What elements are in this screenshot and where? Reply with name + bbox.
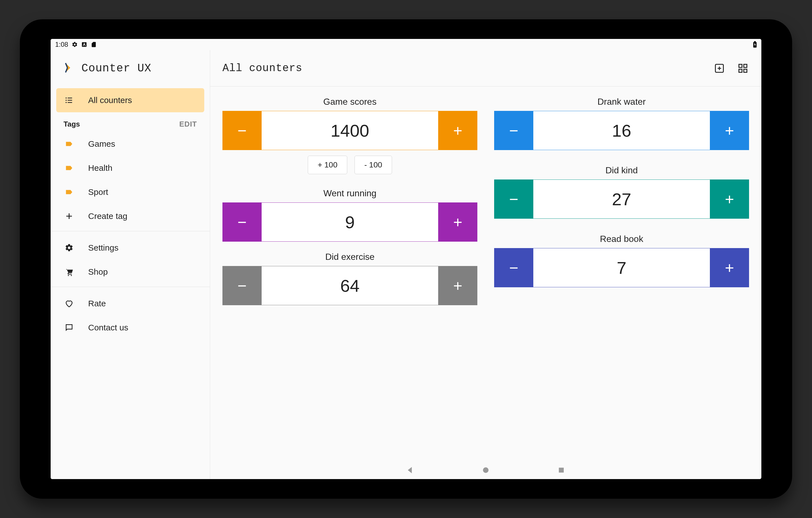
chat-icon: [63, 323, 75, 332]
tag-icon: [63, 188, 75, 196]
counter-value[interactable]: 9: [262, 202, 438, 242]
app-body: Counter UX All counters Tags EDIT: [51, 50, 761, 479]
tablet-frame: 1:08: [20, 19, 792, 499]
heart-icon: [63, 299, 75, 308]
counter-title: Read book: [494, 234, 749, 244]
decrement-button[interactable]: −: [223, 202, 262, 242]
counter-value[interactable]: 7: [533, 248, 710, 287]
svg-rect-2: [754, 41, 756, 42]
sidebar-item-label: All counters: [88, 96, 132, 105]
sidebar-item-rate[interactable]: Rate: [56, 292, 204, 316]
counter-value[interactable]: 27: [533, 180, 710, 219]
sidebar-header: Counter UX: [51, 50, 210, 86]
app-title: Counter UX: [81, 62, 151, 75]
svg-rect-8: [68, 102, 72, 103]
main: All counters: [210, 50, 761, 479]
counter-value[interactable]: 1400: [262, 111, 438, 150]
grid-view-button[interactable]: [737, 62, 749, 75]
counter-title: Did exercise: [223, 252, 477, 262]
status-time: 1:08: [55, 40, 68, 49]
sidebar-item-label: Sport: [88, 187, 108, 197]
status-bar: 1:08: [51, 39, 761, 50]
increment-button[interactable]: +: [438, 266, 477, 305]
svg-rect-12: [739, 69, 742, 72]
sidebar: Counter UX All counters Tags EDIT: [51, 50, 210, 479]
svg-rect-4: [68, 98, 72, 99]
counters-right-column: Drank water − 16 + Did kind −: [494, 97, 749, 292]
sidebar-item-tag-sport[interactable]: Sport: [56, 180, 204, 204]
sidebar-item-all-counters[interactable]: All counters: [56, 88, 204, 112]
tags-header: Tags EDIT: [56, 112, 204, 132]
counter-game-scores: Game scores − 1400 + + 100 - 100: [223, 97, 477, 183]
sidebar-item-label: Rate: [88, 299, 106, 308]
decrement-button[interactable]: −: [494, 180, 533, 219]
counter-did-kind: Did kind − 27 +: [494, 165, 749, 219]
svg-rect-11: [744, 64, 747, 67]
counter-read-book: Read book − 7 +: [494, 234, 749, 287]
font-icon: [81, 42, 87, 48]
gear-icon: [63, 243, 75, 252]
increment-button[interactable]: +: [710, 111, 749, 150]
svg-point-3: [65, 98, 66, 99]
decrement-button[interactable]: −: [223, 111, 262, 150]
nav-recent-button[interactable]: [556, 465, 567, 476]
svg-point-5: [65, 100, 66, 101]
counter-went-running: Went running − 9 +: [223, 188, 477, 242]
cart-icon: [63, 267, 75, 276]
sidebar-item-settings[interactable]: Settings: [56, 236, 204, 260]
sd-card-icon: [91, 42, 97, 48]
counter-title: Went running: [223, 188, 477, 198]
sidebar-item-label: Shop: [88, 267, 108, 277]
svg-point-7: [65, 102, 66, 103]
increment-button[interactable]: +: [438, 202, 477, 242]
counter-title: Did kind: [494, 165, 749, 175]
nav-home-button[interactable]: [480, 465, 491, 476]
svg-point-14: [483, 467, 489, 473]
tag-icon: [63, 140, 75, 148]
counter-value[interactable]: 64: [262, 266, 438, 305]
svg-rect-13: [744, 69, 747, 72]
counter-value[interactable]: 16: [533, 111, 710, 150]
nav-back-button[interactable]: [405, 465, 416, 476]
counters-left-column: Game scores − 1400 + + 100 - 100: [223, 97, 477, 310]
battery-icon: [753, 41, 757, 48]
svg-rect-10: [739, 64, 742, 67]
sidebar-item-label: Contact us: [88, 323, 128, 332]
counter-did-exercise: Did exercise − 64 +: [223, 252, 477, 305]
android-nav-bar: [210, 465, 761, 476]
increment-button[interactable]: +: [438, 111, 477, 150]
sidebar-item-tag-games[interactable]: Games: [56, 132, 204, 156]
counter-title: Drank water: [494, 97, 749, 107]
svg-rect-6: [68, 100, 72, 101]
svg-rect-15: [559, 468, 564, 473]
sidebar-item-label: Games: [88, 139, 115, 149]
sidebar-item-create-tag[interactable]: Create tag: [56, 204, 204, 228]
quick-plus-100-button[interactable]: + 100: [308, 156, 347, 174]
counter-drank-water: Drank water − 16 +: [494, 97, 749, 150]
gear-icon: [71, 42, 78, 48]
counters-area: Game scores − 1400 + + 100 - 100: [210, 86, 761, 479]
page-title: All counters: [223, 62, 302, 74]
sidebar-item-label: Health: [88, 163, 113, 173]
decrement-button[interactable]: −: [494, 248, 533, 287]
increment-button[interactable]: +: [710, 248, 749, 287]
sidebar-item-label: Settings: [88, 243, 118, 252]
counter-title: Game scores: [223, 97, 477, 107]
decrement-button[interactable]: −: [223, 266, 262, 305]
tags-label: Tags: [63, 120, 80, 129]
screen: 1:08: [51, 39, 761, 479]
app-logo-icon: [62, 62, 73, 75]
list-icon: [63, 96, 75, 105]
main-header: All counters: [210, 50, 761, 86]
sidebar-item-contact[interactable]: Contact us: [56, 316, 204, 339]
edit-tags-button[interactable]: EDIT: [179, 120, 197, 129]
sidebar-item-shop[interactable]: Shop: [56, 260, 204, 284]
sidebar-item-label: Create tag: [88, 211, 127, 221]
decrement-button[interactable]: −: [494, 111, 533, 150]
quick-minus-100-button[interactable]: - 100: [354, 156, 392, 174]
sidebar-item-tag-health[interactable]: Health: [56, 156, 204, 180]
add-counter-button[interactable]: [713, 62, 726, 75]
plus-icon: [63, 212, 75, 220]
increment-button[interactable]: +: [710, 180, 749, 219]
tag-icon: [63, 164, 75, 172]
